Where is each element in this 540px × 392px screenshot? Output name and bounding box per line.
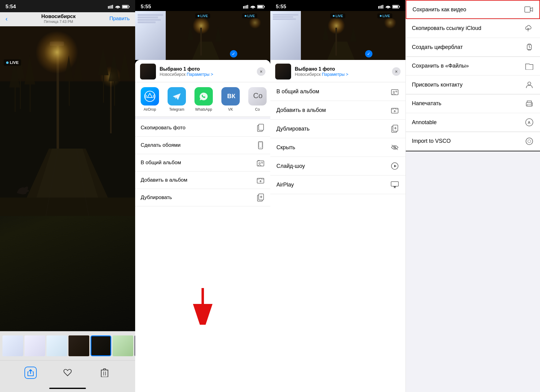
share-app-airdrop[interactable]: AirDrop <box>139 87 161 112</box>
more-icon: Co <box>248 87 267 105</box>
share-close-3[interactable]: × <box>392 67 401 76</box>
delete-button-1[interactable] <box>98 366 111 379</box>
svg-rect-30 <box>114 81 115 106</box>
nav-bar-1: ‹ Новосибирск Пятница 7:43 PM Править <box>0 12 135 26</box>
more-label: Co <box>255 107 260 112</box>
share-params-3[interactable]: Параметры > <box>322 72 349 77</box>
status-icons-2 <box>243 5 265 9</box>
share-button-1[interactable] <box>24 366 37 379</box>
svg-line-112 <box>529 47 530 48</box>
action-item-watchface-3[interactable]: Создать циферблат <box>406 38 540 57</box>
svg-rect-2 <box>111 6 112 9</box>
action-slideshow-label-3: Слайд-шоу <box>276 163 305 169</box>
action-add-album-icon-3 <box>390 105 399 115</box>
photo-left-3 <box>270 11 301 60</box>
action-item-shared-album-3[interactable]: В общий альбом <box>270 82 405 101</box>
thumb-4[interactable] <box>68 335 89 356</box>
status-bar-2: 5:55 <box>135 0 270 11</box>
action-vsco-icon-3 <box>525 137 534 146</box>
action-duplicate-text: Дублировать <box>141 194 172 201</box>
back-button-1[interactable]: ‹ <box>6 15 8 22</box>
telegram-label: Telegram <box>169 107 184 112</box>
action-item-icloud-3[interactable]: Скопировать ссылку iCloud <box>406 19 540 38</box>
share-list-right-3: Сохранить как видео Скопировать ссылку i… <box>405 0 540 392</box>
like-button-1[interactable] <box>61 366 74 379</box>
action-slideshow-icon-3 <box>390 161 399 171</box>
share-app-vk[interactable]: ВК VK <box>220 87 242 112</box>
share-params-2[interactable]: Параметры > <box>187 72 213 77</box>
live-dot-3 <box>333 15 335 17</box>
action-item-add-album-3[interactable]: Добавить в альбом <box>270 101 405 120</box>
action-item-save-video-3[interactable]: Сохранить как видео <box>406 0 540 19</box>
action-add-album-text: Добавить в альбом <box>141 177 187 183</box>
action-shared-album-label-3: В общий альбом <box>276 88 319 95</box>
action-item-slideshow-3[interactable]: Слайд-шоу <box>270 157 405 176</box>
thumb-3[interactable] <box>46 335 67 356</box>
action-print-icon-3 <box>525 99 534 108</box>
action-add-album-icon <box>256 176 265 184</box>
thumb-2[interactable] <box>24 335 45 356</box>
action-item-hide-3[interactable]: Скрыть <box>270 138 405 157</box>
nav-title-text-1: Новосибирск <box>41 13 76 20</box>
share-header-info-3: Выбрано 1 фото Новосибирск Параметры > <box>295 66 388 77</box>
svg-point-43 <box>253 8 253 9</box>
action-item-contact-3[interactable]: Присвоить контакту <box>406 76 540 94</box>
share-app-telegram[interactable]: Telegram <box>166 87 188 112</box>
svg-rect-45 <box>258 6 263 8</box>
share-app-whatsapp[interactable]: WhatsApp <box>193 87 215 112</box>
thumb-1[interactable] <box>2 335 23 356</box>
thumb-6[interactable] <box>113 335 133 356</box>
status-icons-1 <box>108 5 130 9</box>
action-annotable-label-3: Annotable <box>412 119 437 126</box>
svg-point-78 <box>388 8 389 9</box>
panel-share-sheet: 5:55 <box>135 0 270 392</box>
action-duplicate[interactable]: Дублировать <box>135 189 270 206</box>
live-dot-2 <box>198 15 199 17</box>
svg-rect-76 <box>381 6 382 9</box>
action-annotable-icon-3: A <box>525 118 534 127</box>
share-title-3: Выбрано 1 фото <box>295 66 388 72</box>
status-time-2: 5:55 <box>141 4 151 10</box>
action-wallpaper[interactable]: Сделать обоями <box>135 137 270 154</box>
share-apps-row-2: AirDrop Telegram <box>135 82 270 117</box>
action-shared-album[interactable]: В общий альбом <box>135 154 270 172</box>
action-contact-icon-3 <box>525 80 534 89</box>
svg-text:A: A <box>528 120 531 125</box>
live-badge-right-3: LIVE <box>377 13 392 18</box>
live-dot-right-3 <box>380 15 382 17</box>
action-icloud-label-3: Скопировать ссылку iCloud <box>412 25 481 31</box>
action-item-duplicate-3[interactable]: Дублировать <box>270 120 405 138</box>
action-item-print-3[interactable]: Напечатать <box>406 94 540 113</box>
action-item-vsco-3[interactable]: Import to VSCO <box>406 132 540 151</box>
action-vsco-label-3: Import to VSCO <box>412 138 451 144</box>
share-close-2[interactable]: × <box>257 67 265 76</box>
svg-point-113 <box>528 82 531 85</box>
action-add-album[interactable]: Добавить в альбом <box>135 172 270 189</box>
svg-rect-50 <box>200 28 202 56</box>
share-icon-1 <box>24 367 37 379</box>
action-item-annotable-3[interactable]: Annotable A <box>406 113 540 132</box>
status-icons-3 <box>378 5 400 9</box>
svg-rect-28 <box>30 84 31 112</box>
thumb-5-selected[interactable] <box>91 335 111 356</box>
telegram-icon <box>168 87 186 105</box>
action-contact-label-3: Присвоить контакту <box>412 82 463 88</box>
svg-marker-105 <box>393 186 396 188</box>
share-app-more[interactable]: Co Co <box>246 87 268 112</box>
action-copy-icon <box>256 124 265 132</box>
edit-button-1[interactable]: Править <box>109 16 130 22</box>
svg-rect-27 <box>15 87 16 112</box>
action-item-files-3[interactable]: Сохранить в «Файлы» <box>406 57 540 76</box>
action-copy-photo[interactable]: Скопировать фото <box>135 119 270 137</box>
action-shared-album-icon <box>256 158 265 167</box>
svg-rect-32 <box>0 198 135 216</box>
svg-rect-75 <box>380 6 381 9</box>
main-photo-1: LIVE <box>0 26 135 331</box>
svg-rect-0 <box>108 6 109 9</box>
svg-point-54 <box>247 18 263 33</box>
svg-rect-46 <box>264 6 265 7</box>
photo-middle-3: LIVE ✓ <box>301 11 375 60</box>
action-save-video-icon-3 <box>524 5 533 14</box>
action-item-airplay-3[interactable]: AirPlay <box>270 176 405 194</box>
action-shared-album-text: В общий альбом <box>141 160 181 166</box>
